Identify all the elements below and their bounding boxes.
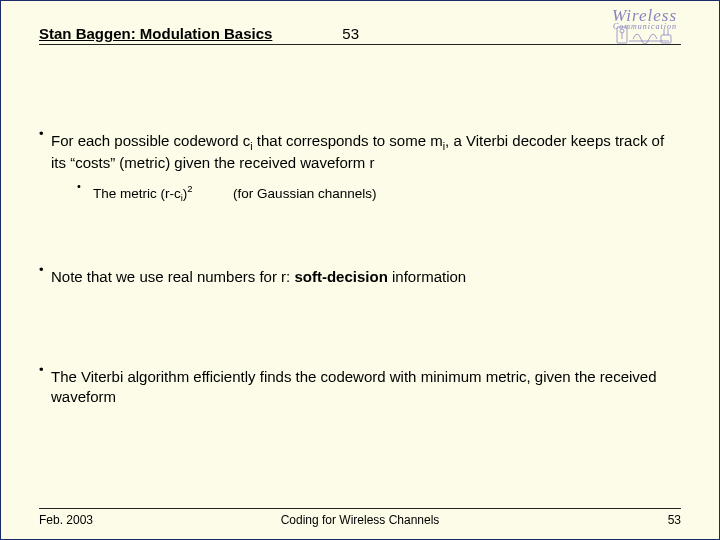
brand-logo-icon: [615, 23, 675, 49]
bullet-item-1: For each possible codeword ci that corre…: [39, 131, 681, 205]
bullet-sub-item-1: The metric (r-ci)2 (for Gaussian channel…: [63, 183, 681, 204]
bullet-1-text: For each possible codeword ci that corre…: [51, 132, 664, 171]
bullet-item-3: The Viterbi algorithm efficiently finds …: [39, 367, 681, 408]
header-title: Stan Baggen: Modulation Basics: [39, 25, 272, 42]
footer-title: Coding for Wireless Channels: [39, 513, 681, 527]
svg-point-1: [620, 29, 624, 33]
slide-header: Stan Baggen: Modulation Basics 53: [39, 25, 681, 45]
svg-rect-3: [661, 35, 671, 43]
slide-content: For each possible codeword ci that corre…: [39, 131, 681, 408]
bullet-2-text: Note that we use real numbers for r: sof…: [51, 268, 466, 285]
bullet-3-text: The Viterbi algorithm efficiently finds …: [51, 368, 657, 405]
bullet-item-2: Note that we use real numbers for r: sof…: [39, 267, 681, 287]
header-page-number: 53: [342, 25, 359, 42]
slide-footer: Feb. 2003 Coding for Wireless Channels 5…: [39, 513, 681, 527]
footer-rule: [39, 508, 681, 509]
